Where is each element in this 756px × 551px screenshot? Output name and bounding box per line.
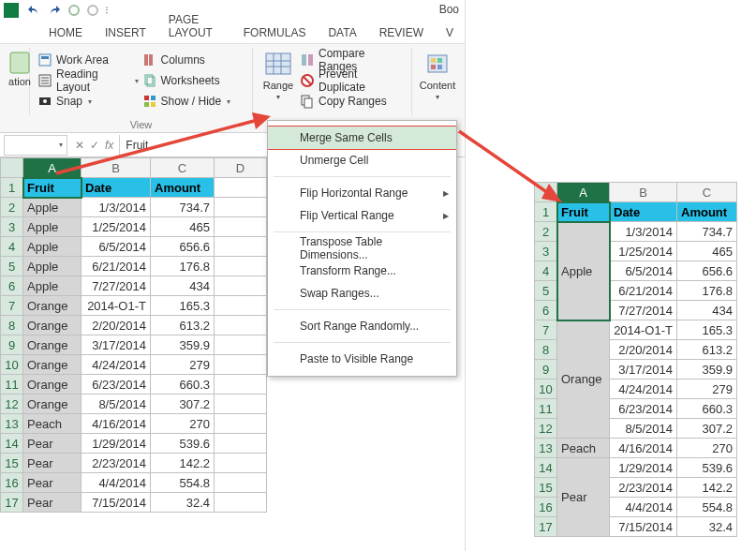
cell[interactable]: 307.2: [151, 395, 215, 414]
cell[interactable]: [215, 237, 267, 257]
cell[interactable]: Pear: [23, 493, 82, 513]
cell[interactable]: 142.2: [677, 478, 737, 498]
cell[interactable]: 359.9: [151, 335, 215, 355]
cell[interactable]: 1/25/2014: [610, 242, 677, 261]
cell[interactable]: 539.6: [677, 458, 737, 478]
row-header[interactable]: 1: [1, 178, 23, 198]
row-header[interactable]: 5: [1, 257, 23, 276]
row-header[interactable]: 4: [535, 261, 557, 281]
row-header[interactable]: 2: [535, 222, 557, 242]
cell[interactable]: 1/3/2014: [82, 198, 151, 217]
tab-home[interactable]: HOME: [37, 22, 94, 43]
row-header[interactable]: 14: [1, 434, 23, 454]
col-header-c[interactable]: C: [677, 183, 737, 202]
menu-swap-ranges[interactable]: Swap Ranges...: [268, 282, 456, 305]
cell[interactable]: Date: [610, 202, 677, 222]
cell[interactable]: 2/23/2014: [82, 454, 151, 473]
cell[interactable]: 465: [677, 242, 737, 261]
cell[interactable]: Orange: [23, 355, 82, 375]
cell[interactable]: 279: [677, 380, 737, 399]
cell[interactable]: 142.2: [151, 454, 215, 473]
cell[interactable]: 1/25/2014: [82, 217, 151, 237]
cell[interactable]: 270: [677, 439, 737, 458]
cell[interactable]: 2/20/2014: [610, 340, 677, 360]
cell[interactable]: 554.8: [151, 473, 215, 493]
cell[interactable]: 1/29/2014: [610, 458, 677, 478]
cell[interactable]: Apple: [23, 237, 82, 257]
cell[interactable]: 6/5/2014: [610, 261, 677, 281]
cell[interactable]: 7/15/2014: [82, 493, 151, 513]
row-header[interactable]: 3: [535, 242, 557, 261]
cell[interactable]: 539.6: [151, 434, 215, 454]
row-header[interactable]: 15: [535, 478, 557, 498]
content-dropdown-button[interactable]: Content ▾: [418, 50, 457, 103]
merged-cell[interactable]: Pear: [557, 458, 610, 537]
cell[interactable]: [215, 316, 267, 335]
cell[interactable]: 270: [151, 414, 215, 434]
row-header[interactable]: 9: [1, 335, 23, 355]
cell[interactable]: 6/21/2014: [610, 281, 677, 301]
cell[interactable]: [215, 276, 267, 296]
menu-transpose[interactable]: Transpose Table Dimensions...: [268, 237, 456, 260]
cell[interactable]: 4/4/2014: [610, 498, 677, 517]
cell[interactable]: [215, 198, 267, 217]
row-header[interactable]: 5: [535, 281, 557, 301]
merged-cell[interactable]: Peach: [557, 439, 610, 458]
row-header[interactable]: 13: [535, 439, 557, 458]
cell[interactable]: 734.7: [677, 222, 737, 242]
row-header[interactable]: 10: [1, 355, 23, 375]
cell[interactable]: 1/29/2014: [82, 434, 151, 454]
cell[interactable]: 4/24/2014: [82, 355, 151, 375]
menu-merge-same-cells[interactable]: Merge Same Cells: [268, 127, 456, 149]
cell[interactable]: Orange: [23, 316, 82, 335]
merged-cell[interactable]: Orange: [557, 320, 610, 439]
cell[interactable]: 4/4/2014: [82, 473, 151, 493]
cell[interactable]: 6/21/2014: [82, 257, 151, 276]
cell[interactable]: 7/27/2014: [82, 276, 151, 296]
cell[interactable]: Pear: [23, 454, 82, 473]
cell[interactable]: 2014-O1-T: [82, 296, 151, 316]
cell[interactable]: 7/27/2014: [610, 301, 677, 320]
cell[interactable]: Apple: [23, 257, 82, 276]
cell[interactable]: 176.8: [677, 281, 737, 301]
cell[interactable]: 32.4: [677, 517, 737, 537]
row-header[interactable]: 4: [1, 237, 23, 257]
cell[interactable]: 3/17/2014: [82, 335, 151, 355]
tab-insert[interactable]: INSERT: [94, 22, 157, 43]
cell[interactable]: Peach: [23, 414, 82, 434]
row-header[interactable]: 6: [1, 276, 23, 296]
row-header[interactable]: 6: [535, 301, 557, 320]
row-header[interactable]: 8: [1, 316, 23, 335]
cell[interactable]: 8/5/2014: [82, 395, 151, 414]
reading-layout-button[interactable]: Reading Layout▾: [36, 70, 141, 91]
cell[interactable]: 434: [151, 276, 215, 296]
cell[interactable]: 6/23/2014: [610, 399, 677, 419]
cell[interactable]: 2/20/2014: [82, 316, 151, 335]
cell[interactable]: 165.3: [677, 320, 737, 340]
cell[interactable]: [215, 473, 267, 493]
cell[interactable]: 613.2: [677, 340, 737, 360]
cell[interactable]: [215, 178, 267, 198]
cell[interactable]: 434: [677, 301, 737, 320]
tab-partial[interactable]: V: [435, 22, 465, 43]
columns-button[interactable]: Columns: [141, 50, 245, 70]
cell[interactable]: Orange: [23, 395, 82, 414]
row-header[interactable]: 12: [535, 419, 557, 439]
select-all-button[interactable]: [1, 158, 23, 178]
cell[interactable]: Apple: [23, 217, 82, 237]
cell[interactable]: 2014-O1-T: [610, 320, 677, 340]
row-header[interactable]: 16: [1, 473, 23, 493]
row-header[interactable]: 16: [535, 498, 557, 517]
row-header[interactable]: 17: [535, 517, 557, 537]
row-header[interactable]: 15: [1, 454, 23, 473]
cell[interactable]: 4/16/2014: [82, 414, 151, 434]
cell[interactable]: Orange: [23, 296, 82, 316]
cell[interactable]: [215, 395, 267, 414]
cell[interactable]: 176.8: [151, 257, 215, 276]
cell[interactable]: 613.2: [151, 316, 215, 335]
cell[interactable]: 4/16/2014: [610, 439, 677, 458]
cell[interactable]: [215, 414, 267, 434]
row-header[interactable]: 3: [1, 217, 23, 237]
tab-data[interactable]: DATA: [317, 22, 367, 43]
cell[interactable]: 359.9: [677, 360, 737, 380]
